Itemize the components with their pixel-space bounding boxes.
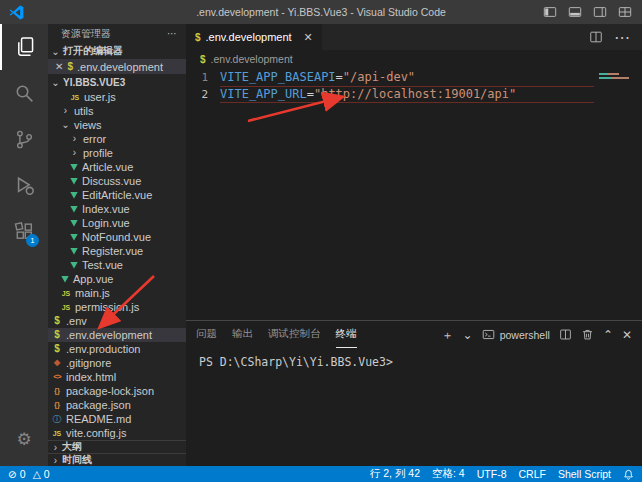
tab-label: .env.development [206,31,292,43]
indentation-status[interactable]: 空格: 4 [432,467,465,481]
source-control-icon[interactable] [0,116,48,162]
tree-item-Article.vue[interactable]: Article.vue [48,160,186,174]
tree-item-EditArticle.vue[interactable]: EditArticle.vue [48,188,186,202]
file-name: views [74,119,102,131]
file-name: .env [66,315,87,327]
powershell-terminal-tab[interactable]: powershell [482,328,550,341]
vue-file-icon [70,248,78,255]
errors-status[interactable]: ⊘0 [8,468,26,480]
kill-terminal-trash-icon[interactable] [581,328,594,341]
file-tree: JSuser.js›utils⌄views›error›profileArtic… [48,90,186,440]
editor-more-actions-icon[interactable]: ⋯ [614,28,630,47]
tree-item-.gitignore[interactable]: ◆.gitignore [48,356,186,370]
open-editors-header[interactable]: ⌄ 打开的编辑器 [48,43,186,59]
outline-section-header[interactable]: › 大纲 [48,440,186,453]
tree-item-index.html[interactable]: <>index.html [48,370,186,384]
new-terminal-icon[interactable]: ＋ [442,329,454,341]
env-value: "/api-dev" [343,70,415,84]
close-icon[interactable]: ✕ [55,61,63,72]
tree-item-.env.development[interactable]: $.env.development [48,328,186,342]
explorer-icon[interactable] [0,24,48,70]
terminal-content[interactable]: PS D:\CSharp\Yi\Yi.BBS.Vue3> [186,348,642,466]
tree-item-Login.vue[interactable]: Login.vue [48,216,186,230]
panel-tab-problems[interactable]: 问题 [196,321,217,348]
eol-status[interactable]: CRLF [518,468,545,480]
search-icon[interactable] [0,70,48,116]
panel-tab-debug-console[interactable]: 调试控制台 [268,321,321,348]
tree-item-.env[interactable]: $.env [48,314,186,328]
tree-item-package-lock.json[interactable]: {}package-lock.json [48,384,186,398]
tree-item-error[interactable]: ›error [48,132,186,146]
tree-item-utils[interactable]: ›utils [48,104,186,118]
file-name: Index.vue [82,203,130,215]
error-icon: ⊘ [8,468,17,480]
toggle-panel-icon[interactable] [568,5,582,19]
js-file-icon: JS [61,290,71,297]
tree-item-.env.production[interactable]: $.env.production [48,342,186,356]
project-root-header[interactable]: ⌄ YI.BBS.VUE3 [48,74,186,90]
breadcrumb[interactable]: $ .env.development [186,50,642,68]
tree-item-profile[interactable]: ›profile [48,146,186,160]
tree-item-vite.config.js[interactable]: JSvite.config.js [48,426,186,440]
warnings-status[interactable]: △0 [33,468,50,480]
tree-item-Register.vue[interactable]: Register.vue [48,244,186,258]
sidebar-more-actions-icon[interactable]: ⋯ [167,28,178,39]
json-file-icon: {} [52,387,62,395]
file-name: NotFound.vue [82,231,151,243]
tree-item-permission.js[interactable]: JSpermission.js [48,300,186,314]
vue-file-icon [70,164,78,171]
close-tab-icon[interactable]: ✕ [304,31,313,44]
customize-layout-icon[interactable] [618,5,632,19]
tree-item-Discuss.vue[interactable]: Discuss.vue [48,174,186,188]
panel-tab-terminal[interactable]: 终端 [336,321,357,348]
chevron-right-icon: › [51,455,60,466]
run-debug-icon[interactable] [0,162,48,208]
tree-item-NotFound.vue[interactable]: NotFound.vue [48,230,186,244]
chevron-down-icon: ⌄ [51,46,60,57]
notifications-bell-icon[interactable] [623,469,634,480]
tree-item-Test.vue[interactable]: Test.vue [48,258,186,272]
env-file-icon: $ [52,316,62,326]
tree-item-App.vue[interactable]: App.vue [48,272,186,286]
tree-item-package.json[interactable]: {}package.json [48,398,186,412]
js-file-icon: JS [52,430,62,437]
extensions-icon[interactable]: 1 [0,208,48,254]
code-editor[interactable]: 1VITE_APP_BASEAPI="/api-dev" 2VITE_APP_U… [186,68,642,320]
tree-item-views[interactable]: ⌄views [48,118,186,132]
code-line-1[interactable]: 1VITE_APP_BASEAPI="/api-dev" [186,69,642,86]
file-name: user.js [84,91,116,103]
md-file-icon: ⓘ [52,415,62,424]
settings-gear-icon[interactable]: ⚙ [0,416,48,462]
file-name: Login.vue [82,217,130,229]
error-count: 0 [20,468,26,480]
tree-item-README.md[interactable]: ⓘREADME.md [48,412,186,426]
close-panel-icon[interactable]: ✕ [622,329,632,341]
html-file-icon: <> [52,373,62,381]
cursor-position-status[interactable]: 行 2, 列 42 [370,467,420,481]
env-file-icon: $ [52,344,62,354]
timeline-section-header[interactable]: › 时间线 [48,453,186,466]
timeline-label: 时间线 [62,453,92,466]
split-terminal-icon[interactable] [559,328,572,341]
language-mode-status[interactable]: Shell Script [558,468,611,480]
panel-tab-output[interactable]: 输出 [232,321,253,348]
terminal-profile-dropdown-icon[interactable]: ⌄ [463,329,473,341]
encoding-status[interactable]: UTF-8 [477,468,507,480]
code-line-2[interactable]: 2VITE_APP_URL="http://localhost:19001/ap… [186,86,642,103]
env-file-icon: $ [195,32,201,43]
tree-item-main.js[interactable]: JSmain.js [48,286,186,300]
tab-env-development[interactable]: $ .env.development ✕ [186,24,322,50]
toggle-secondary-sidebar-icon[interactable] [593,5,607,19]
editor-group: $ .env.development ✕ ⋯ $ .env.developmen… [186,24,642,466]
toggle-sidebar-icon[interactable] [543,5,557,19]
warning-icon: △ [33,468,41,480]
maximize-panel-icon[interactable]: ⌃ [603,329,613,341]
tree-item-user.js[interactable]: JSuser.js [48,90,186,104]
sidebar-title: 资源管理器 [61,27,111,41]
file-name: main.js [75,287,110,299]
open-editor-item[interactable]: ✕ $ .env.development [48,59,186,74]
file-name: profile [83,147,113,159]
split-editor-icon[interactable] [589,30,603,44]
tree-item-Index.vue[interactable]: Index.vue [48,202,186,216]
vscode-logo-icon [9,5,24,20]
